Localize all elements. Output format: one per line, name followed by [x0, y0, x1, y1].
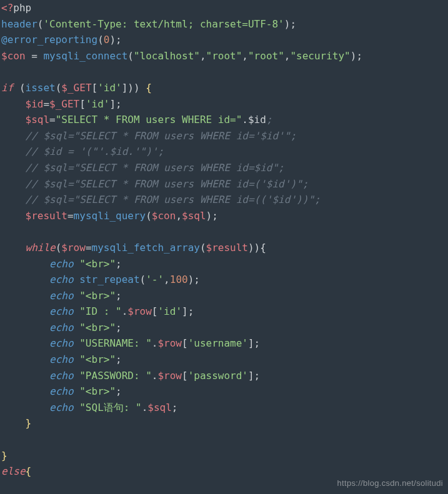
- code-text: ];: [182, 305, 194, 317]
- code-text: [: [182, 370, 188, 382]
- keyword-echo: echo: [49, 385, 74, 397]
- code-text: );: [206, 210, 218, 222]
- variable: $row: [157, 337, 182, 349]
- code-text: (: [140, 274, 146, 285]
- brace: {: [26, 465, 32, 477]
- keyword-else: else: [1, 465, 26, 477]
- string-literal: "ID : ": [79, 305, 121, 317]
- indent: [1, 98, 26, 110]
- number-literal: 100: [170, 274, 188, 285]
- code-text: .: [142, 402, 148, 413]
- indent: [1, 402, 49, 413]
- function-call: mysqli_query: [74, 210, 146, 222]
- variable: $con: [152, 210, 176, 222]
- function-call: @error_reporting: [1, 34, 97, 46]
- brace: }: [26, 417, 32, 429]
- indent: [1, 322, 49, 333]
- code-text: [74, 274, 80, 285]
- code-text: ;: [116, 290, 122, 302]
- keyword-echo: echo: [49, 258, 74, 270]
- code-text: [74, 402, 80, 413]
- comment: // $id = '("'.$id.'")';: [1, 146, 164, 157]
- code-text: [: [79, 98, 86, 110]
- indent: [1, 417, 26, 429]
- code-text: (: [200, 242, 206, 254]
- indent: [1, 258, 49, 270]
- variable: $sql: [182, 210, 206, 222]
- code-text: (: [13, 82, 25, 94]
- variable: $_GET: [49, 98, 79, 110]
- brace: {: [146, 82, 152, 94]
- string-literal: 'password': [188, 370, 248, 382]
- code-text: ,: [284, 50, 291, 62]
- keyword-echo: echo: [49, 337, 74, 349]
- indent: [1, 290, 49, 302]
- code-text: )){: [248, 242, 266, 254]
- brace: }: [1, 450, 7, 462]
- comment: // $sql="SELECT * FROM users WHERE id=((…: [1, 194, 321, 205]
- keyword-echo: echo: [49, 290, 74, 302]
- code-text: );: [284, 18, 296, 30]
- code-text: ;: [116, 353, 122, 365]
- comment: // $sql="SELECT * FROM users WHERE id=$i…: [1, 162, 284, 174]
- string-literal: "<br>": [79, 322, 116, 333]
- variable: $row: [127, 305, 152, 317]
- code-text: (: [37, 18, 44, 30]
- variable: $row: [61, 242, 86, 254]
- indent: [1, 305, 49, 317]
- code-text: ,: [164, 274, 170, 285]
- function-call: mysqli_connect: [43, 50, 127, 62]
- number-literal: 0: [104, 34, 110, 46]
- string-literal: "<br>": [79, 290, 116, 302]
- indent: [1, 274, 49, 285]
- string-literal: "<br>": [79, 385, 116, 397]
- indent: [1, 114, 26, 126]
- code-text: (: [56, 82, 62, 94]
- code-text: =: [86, 242, 92, 254]
- code-text: =: [49, 114, 56, 126]
- function-call: mysqli_fetch_array: [92, 242, 200, 254]
- indent: [1, 210, 26, 222]
- string-literal: 'username': [188, 337, 248, 349]
- variable: $con: [1, 50, 26, 62]
- variable: $sql: [26, 114, 50, 126]
- indent: [1, 242, 26, 254]
- string-literal: "<br>": [79, 258, 116, 270]
- code-text: ;: [172, 402, 178, 413]
- string-literal: "security": [290, 50, 350, 62]
- code-text: (: [56, 242, 62, 254]
- code-block: <?php header('Content-Type: text/html; c…: [0, 0, 448, 480]
- keyword-echo: echo: [49, 274, 74, 285]
- code-text: ];: [109, 98, 121, 110]
- php-open-tag: <?: [1, 2, 13, 14]
- variable: $sql: [147, 402, 172, 413]
- comment: // $sql="SELECT * FROM users WHERE id='$…: [1, 130, 296, 142]
- code-text: );: [351, 50, 362, 62]
- string-literal: 'id': [86, 98, 110, 110]
- keyword-echo: echo: [49, 322, 74, 333]
- variable: $id: [26, 98, 44, 110]
- indent: [1, 385, 49, 397]
- function-call: header: [1, 18, 37, 30]
- keyword-if: if: [1, 82, 13, 94]
- variable: $result: [26, 210, 67, 222]
- code-text: .: [122, 305, 128, 317]
- code-text: ;: [116, 322, 122, 333]
- code-text: ,: [242, 50, 248, 62]
- string-literal: "root": [248, 50, 284, 62]
- string-literal: "localhost": [134, 50, 200, 62]
- keyword-echo: echo: [49, 402, 74, 413]
- code-text: ;: [116, 385, 122, 397]
- code-text: (: [127, 50, 134, 62]
- code-text: ;: [116, 258, 122, 270]
- code-text: [74, 337, 80, 349]
- code-text: );: [109, 34, 121, 46]
- string-literal: 'id': [157, 305, 182, 317]
- code-text: ,: [176, 210, 182, 222]
- code-text: php: [13, 2, 31, 14]
- string-literal: 'Content-Type: text/html; charset=UTF-8': [43, 18, 284, 30]
- variable: $_GET: [61, 82, 91, 94]
- variable: $row: [157, 370, 182, 382]
- code-text: .: [242, 114, 248, 126]
- string-literal: "SQL语句: ": [79, 402, 141, 413]
